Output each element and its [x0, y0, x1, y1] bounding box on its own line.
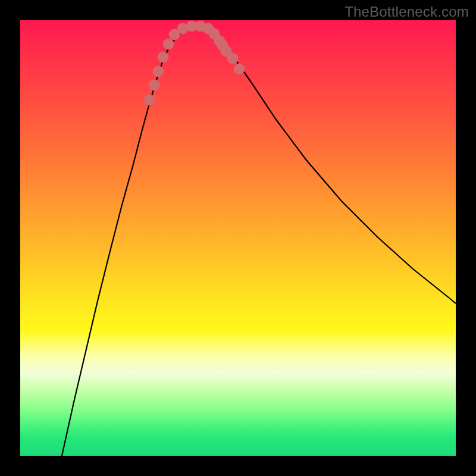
chart-overlay: [20, 20, 456, 456]
curve-marker: [149, 80, 159, 90]
chart-frame: TheBottleneck.com: [0, 0, 476, 476]
bottleneck-curve: [62, 26, 456, 456]
curve-marker: [227, 53, 238, 64]
curve-marker: [144, 95, 155, 105]
curve-marker: [163, 39, 174, 49]
curve-marker: [234, 64, 245, 74]
watermark-text: TheBottleneck.com: [345, 4, 469, 20]
curve-marker: [158, 52, 168, 62]
curve-markers: [144, 21, 245, 105]
plot-area: [20, 20, 456, 456]
curve-marker: [153, 66, 164, 77]
